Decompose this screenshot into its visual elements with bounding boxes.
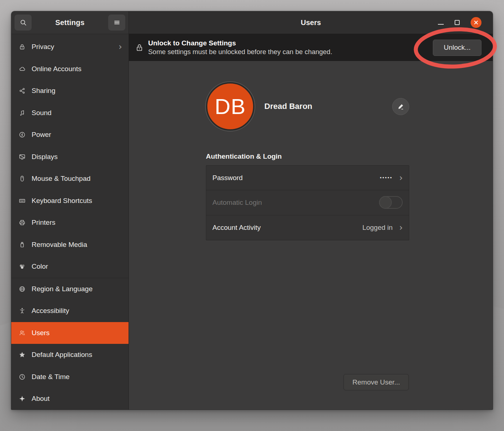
sidebar-item-label: Date & Time — [32, 373, 122, 381]
menu-button[interactable] — [108, 15, 125, 31]
sidebar-item-label: Sound — [32, 109, 122, 117]
sidebar-item-label: Online Accounts — [32, 65, 122, 73]
sidebar-item-label: Mouse & Touchpad — [32, 175, 122, 183]
sidebar-list: Privacy › Online Accounts Sharing Sound … — [11, 34, 129, 410]
close-icon — [473, 20, 479, 25]
auth-login-group: Password ••••• › Automatic Login Account… — [206, 165, 409, 240]
sidebar-item-online-accounts[interactable]: Online Accounts — [11, 58, 129, 80]
toggle-knob — [379, 196, 392, 209]
sidebar-item-label: Region & Language — [32, 285, 122, 293]
sidebar-item-accessibility[interactable]: Accessibility — [11, 300, 129, 322]
sidebar-item-users[interactable]: Users — [11, 322, 129, 344]
printer-icon — [19, 219, 26, 226]
accessibility-icon — [19, 307, 26, 314]
sidebar-item-region-language[interactable]: Region & Language — [11, 278, 129, 300]
sidebar-item-label: Accessibility — [32, 307, 122, 315]
sidebar-item-label: Keyboard Shortcuts — [32, 197, 122, 205]
sidebar-item-label: About — [32, 395, 122, 403]
user-row: DB Dread Baron — [206, 82, 409, 131]
minimize-icon[interactable] — [438, 24, 444, 25]
share-icon — [19, 87, 26, 94]
banner-title: Unlock to Change Settings — [148, 39, 332, 47]
sidebar-item-privacy[interactable]: Privacy › — [11, 36, 129, 58]
sidebar-item-mouse-touchpad[interactable]: Mouse & Touchpad — [11, 168, 129, 190]
password-row[interactable]: Password ••••• › — [206, 166, 409, 190]
page-title: Users — [301, 19, 321, 27]
unlock-banner: Unlock to Change Settings Some settings … — [129, 34, 493, 61]
sidebar-item-removable-media[interactable]: Removable Media — [11, 234, 129, 256]
hamburger-menu-icon — [113, 19, 121, 27]
sidebar-item-label: Sharing — [32, 87, 122, 95]
users-content: DB Dread Baron Authentication & Login Pa… — [129, 61, 493, 410]
sidebar-item-label: Removable Media — [32, 241, 122, 249]
main-panel: Users Unlock to Change Settings Some set… — [129, 11, 493, 410]
sidebar-item-sharing[interactable]: Sharing — [11, 80, 129, 102]
sidebar-header: Settings — [11, 11, 129, 34]
sidebar-item-label: Default Applications — [32, 351, 122, 359]
account-activity-row[interactable]: Account Activity Logged in › — [206, 215, 409, 240]
power-icon — [19, 131, 26, 138]
sidebar-item-about[interactable]: About — [11, 388, 129, 410]
row-label: Automatic Login — [212, 199, 262, 207]
chevron-right-icon: › — [399, 173, 403, 183]
sidebar-item-sound[interactable]: Sound — [11, 102, 129, 124]
avatar[interactable]: DB — [206, 82, 255, 131]
sidebar-item-label: Color — [32, 263, 122, 271]
sidebar-item-date-time[interactable]: Date & Time — [11, 366, 129, 388]
row-label: Password — [212, 174, 243, 182]
window-controls — [438, 11, 481, 34]
keyboard-icon — [19, 197, 26, 204]
maximize-icon[interactable] — [455, 20, 460, 25]
mouse-icon — [19, 175, 26, 182]
search-icon — [19, 19, 27, 27]
clock-icon — [19, 373, 26, 381]
remove-user-button[interactable]: Remove User... — [344, 374, 409, 390]
lock-icon — [19, 43, 26, 50]
close-button[interactable] — [471, 17, 481, 28]
users-icon — [19, 329, 26, 337]
lock-icon — [135, 43, 143, 52]
section-title: Authentication & Login — [206, 153, 282, 160]
star-icon — [19, 351, 26, 358]
sidebar-item-displays[interactable]: Displays — [11, 146, 129, 168]
edit-name-button[interactable] — [392, 98, 409, 115]
chevron-right-icon: › — [399, 223, 403, 233]
pencil-icon — [397, 103, 405, 110]
sidebar-item-default-applications[interactable]: Default Applications — [11, 344, 129, 366]
banner-subtitle: Some settings must be unlocked before th… — [148, 48, 332, 56]
sidebar-item-label: Printers — [32, 219, 122, 227]
password-dots: ••••• — [380, 175, 393, 180]
sidebar-item-keyboard-shortcuts[interactable]: Keyboard Shortcuts — [11, 190, 129, 212]
sidebar: Settings Privacy › Online Accounts Shari… — [11, 11, 129, 410]
automatic-login-toggle[interactable] — [379, 196, 403, 209]
sidebar-item-power[interactable]: Power — [11, 124, 129, 146]
globe-icon — [19, 285, 26, 293]
sidebar-item-printers[interactable]: Printers — [11, 212, 129, 234]
row-label: Account Activity — [212, 224, 261, 232]
color-icon — [19, 263, 26, 270]
removable-media-icon — [19, 241, 26, 248]
banner-text: Unlock to Change Settings Some settings … — [148, 39, 332, 56]
music-note-icon — [19, 109, 26, 117]
sidebar-item-label: Power — [32, 131, 122, 139]
user-name: Dread Baron — [264, 102, 312, 111]
headerbar: Users — [129, 11, 493, 34]
unlock-button[interactable]: Unlock... — [433, 40, 481, 56]
search-button[interactable] — [15, 15, 32, 31]
chevron-right-icon: › — [118, 42, 122, 51]
sidebar-item-label: Users — [32, 329, 122, 337]
sidebar-item-label: Privacy — [32, 43, 113, 51]
automatic-login-row: Automatic Login — [206, 190, 409, 215]
settings-window: Settings Privacy › Online Accounts Shari… — [11, 11, 493, 410]
sparkle-icon — [19, 395, 26, 402]
sidebar-item-color[interactable]: Color — [11, 256, 129, 278]
display-icon — [19, 153, 26, 160]
sidebar-title: Settings — [55, 19, 85, 27]
cloud-icon — [19, 65, 26, 73]
row-value: Logged in — [362, 224, 393, 232]
sidebar-item-label: Displays — [32, 153, 122, 161]
